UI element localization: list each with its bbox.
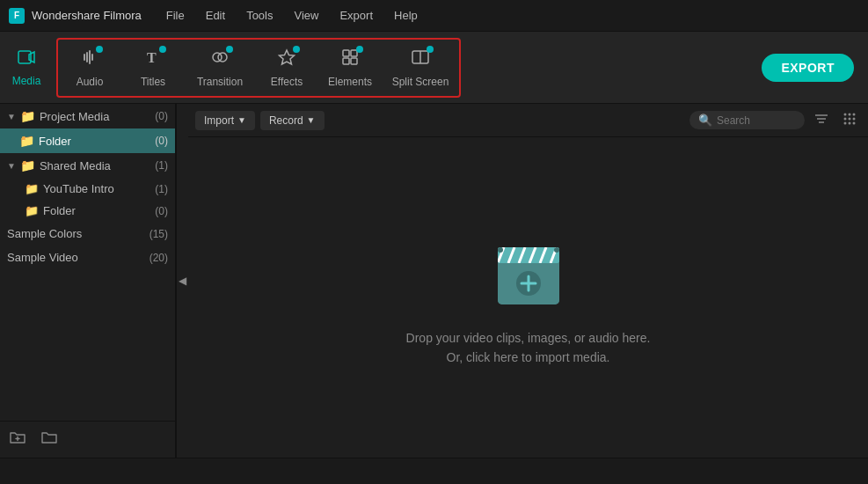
sidebar-collapse-arrow[interactable]: ◀ bbox=[176, 104, 188, 458]
secondary-toolbar: Import ▼ Record ▼ 🔍 bbox=[188, 104, 868, 137]
menu-edit[interactable]: Edit bbox=[199, 0, 232, 31]
toolbar: Media Audio T bbox=[0, 32, 868, 104]
media-icon bbox=[17, 48, 36, 71]
svg-text:T: T bbox=[147, 50, 157, 65]
svg-point-23 bbox=[849, 121, 851, 124]
svg-point-24 bbox=[853, 121, 856, 124]
menu-export[interactable]: Export bbox=[332, 0, 380, 31]
filter-icon[interactable] bbox=[810, 111, 833, 130]
svg-rect-5 bbox=[343, 50, 349, 56]
svg-point-17 bbox=[849, 113, 851, 115]
titles-icon: T bbox=[143, 48, 163, 72]
sidebar-item-youtube-intro[interactable]: 📁 YouTube Intro (1) bbox=[0, 178, 175, 200]
drop-text-line2: Or, click here to import media. bbox=[406, 348, 651, 367]
svg-point-16 bbox=[844, 113, 847, 115]
toolbar-split-screen-label: Split Screen bbox=[392, 76, 449, 88]
import-button[interactable]: Import ▼ bbox=[195, 111, 255, 130]
shared-media-folder-icon: 📁 bbox=[20, 158, 35, 172]
titlebar: F Wondershare Filmora File Edit Tools Vi… bbox=[0, 0, 868, 32]
toolbar-titles[interactable]: T Titles bbox=[121, 40, 185, 96]
svg-marker-4 bbox=[280, 50, 295, 64]
import-arrow-icon: ▼ bbox=[237, 115, 246, 125]
sidebar-item-sample-video[interactable]: Sample Video (20) bbox=[0, 246, 175, 269]
shared-folder-label: Folder bbox=[43, 204, 76, 217]
toolbar-audio[interactable]: Audio bbox=[58, 40, 121, 96]
project-media-label: Project Media bbox=[40, 110, 109, 123]
sidebar-item-sample-colors[interactable]: Sample Colors (15) bbox=[0, 222, 175, 246]
sidebar: ▼ 📁 Project Media (0) 📁 Folder (0) ▼ 📁 S… bbox=[0, 104, 176, 458]
toolbar-titles-label: Titles bbox=[141, 76, 165, 88]
sample-colors-label: Sample Colors bbox=[7, 227, 82, 240]
drop-zone[interactable]: Drop your video clips, images, or audio … bbox=[188, 137, 868, 458]
svg-point-40 bbox=[554, 247, 559, 253]
svg-point-22 bbox=[844, 121, 847, 124]
folder-icon: 📁 bbox=[19, 134, 34, 148]
transition-dot bbox=[226, 46, 233, 53]
toolbar-split-screen[interactable]: Split Screen bbox=[382, 40, 459, 96]
shared-media-label: Shared Media bbox=[40, 159, 111, 172]
folder-count: (0) bbox=[155, 135, 168, 147]
import-label: Import bbox=[204, 114, 234, 127]
drop-text: Drop your video clips, images, or audio … bbox=[406, 328, 651, 368]
record-button[interactable]: Record ▼ bbox=[260, 111, 325, 130]
search-box[interactable]: 🔍 bbox=[689, 111, 805, 129]
youtube-intro-label: YouTube Intro bbox=[43, 182, 114, 195]
search-input[interactable] bbox=[717, 114, 796, 127]
toolbar-transition[interactable]: Transition bbox=[185, 40, 255, 96]
menu-tools[interactable]: Tools bbox=[239, 0, 280, 31]
add-folder-icon[interactable] bbox=[40, 429, 58, 451]
shared-folder-icon: 📁 bbox=[25, 204, 39, 217]
bottom-bar bbox=[0, 458, 868, 484]
toolbar-outlined-group: Audio T Titles bbox=[56, 38, 461, 98]
sidebar-item-project-media[interactable]: ▼ 📁 Project Media (0) bbox=[0, 104, 175, 128]
shared-media-chevron: ▼ bbox=[7, 161, 16, 171]
sample-colors-count: (15) bbox=[150, 228, 168, 240]
sidebar-footer bbox=[0, 421, 175, 458]
app-name: Wondershare Filmora bbox=[32, 9, 142, 22]
menu-view[interactable]: View bbox=[287, 0, 325, 31]
menu-file[interactable]: File bbox=[159, 0, 192, 31]
shared-folder-count: (0) bbox=[155, 205, 168, 217]
sidebar-item-shared-media[interactable]: ▼ 📁 Shared Media (1) bbox=[0, 153, 175, 178]
main-area: ▼ 📁 Project Media (0) 📁 Folder (0) ▼ 📁 S… bbox=[0, 104, 868, 458]
audio-icon bbox=[80, 48, 99, 72]
effects-dot bbox=[293, 46, 300, 53]
svg-point-20 bbox=[849, 117, 851, 120]
project-media-count: (0) bbox=[155, 110, 168, 122]
project-media-folder-icon: 📁 bbox=[20, 109, 35, 123]
grid-view-icon[interactable] bbox=[838, 111, 861, 130]
toolbar-effects-label: Effects bbox=[271, 76, 303, 88]
menu-help[interactable]: Help bbox=[387, 0, 425, 31]
drop-text-line1: Drop your video clips, images, or audio … bbox=[406, 328, 651, 348]
sidebar-item-shared-folder[interactable]: 📁 Folder (0) bbox=[0, 200, 175, 222]
elements-icon bbox=[340, 48, 360, 72]
svg-point-19 bbox=[844, 117, 847, 120]
folder-label: Folder bbox=[39, 135, 71, 148]
toolbar-media[interactable]: Media bbox=[0, 32, 53, 103]
svg-point-3 bbox=[218, 53, 227, 62]
toolbar-effects[interactable]: Effects bbox=[255, 40, 318, 96]
svg-rect-7 bbox=[343, 58, 349, 64]
new-folder-icon[interactable] bbox=[9, 429, 26, 451]
youtube-intro-folder-icon: 📁 bbox=[25, 182, 39, 195]
sidebar-item-folder[interactable]: 📁 Folder (0) bbox=[0, 128, 175, 153]
titles-dot bbox=[159, 46, 166, 53]
record-label: Record bbox=[269, 114, 303, 127]
svg-point-21 bbox=[853, 117, 856, 120]
svg-point-39 bbox=[498, 247, 503, 253]
app-logo: F bbox=[9, 8, 25, 24]
youtube-intro-count: (1) bbox=[155, 183, 168, 195]
toolbar-media-label: Media bbox=[12, 75, 41, 87]
record-arrow-icon: ▼ bbox=[307, 115, 316, 125]
sample-video-count: (20) bbox=[150, 252, 168, 264]
content-area: Import ▼ Record ▼ 🔍 bbox=[188, 104, 868, 458]
search-icon: 🔍 bbox=[698, 114, 712, 127]
transition-icon bbox=[210, 48, 230, 72]
effects-icon bbox=[277, 48, 296, 72]
toolbar-elements[interactable]: Elements bbox=[318, 40, 382, 96]
export-button[interactable]: EXPORT bbox=[762, 54, 854, 82]
svg-point-18 bbox=[853, 113, 856, 115]
elements-dot bbox=[356, 46, 363, 53]
split-screen-icon bbox=[411, 48, 430, 72]
project-media-chevron: ▼ bbox=[7, 112, 16, 121]
